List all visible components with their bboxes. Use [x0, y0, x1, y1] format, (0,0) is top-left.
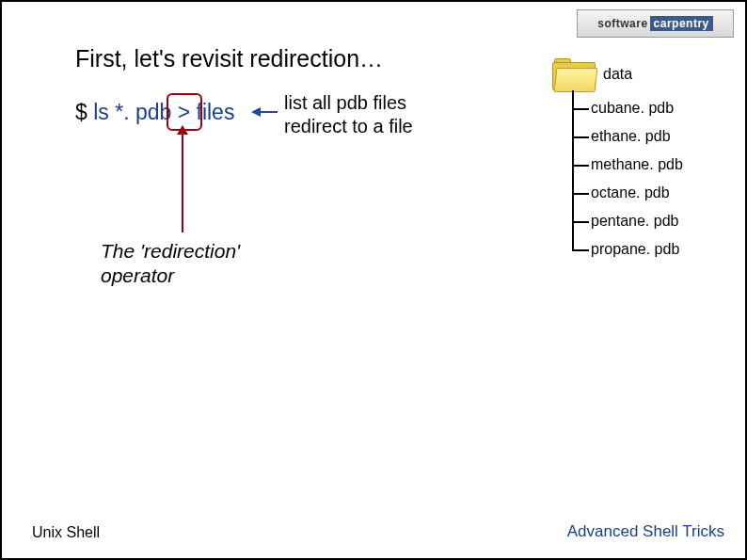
command-text: ls *. pdb > files — [93, 100, 234, 124]
caption-line-1: The 'redirection' — [101, 239, 240, 264]
explain-line-1: list all pdb files — [284, 91, 413, 115]
slide-heading: First, let's revisit redirection… — [75, 45, 383, 72]
folder-label: data — [603, 66, 632, 83]
file-label: octane. pdb — [591, 184, 670, 201]
svg-marker-1 — [251, 107, 261, 117]
file-label: cubane. pdb — [591, 100, 674, 117]
caption-block: The 'redirection' operator — [101, 239, 240, 289]
tree-item: pentane. pdb — [591, 207, 717, 235]
tree-item: propane. pdb — [591, 235, 717, 264]
caption-line-2: operator — [101, 264, 240, 288]
file-tree: data cubane. pdb ethane. pdb methane. pd… — [552, 58, 717, 264]
folder-icon — [552, 58, 594, 90]
footer-left: Unix Shell — [32, 524, 100, 541]
file-label: methane. pdb — [591, 156, 683, 173]
pointer-line — [182, 127, 183, 232]
file-label: propane. pdb — [591, 241, 679, 258]
logo-left: software — [597, 17, 647, 30]
tree-list: cubane. pdb ethane. pdb methane. pdb oct… — [572, 94, 717, 264]
file-label: pentane. pdb — [591, 213, 678, 230]
tree-item: octane. pdb — [591, 179, 717, 207]
tree-item: ethane. pdb — [591, 122, 717, 151]
tree-item: cubane. pdb — [591, 94, 717, 122]
logo-right: carpentry — [650, 16, 713, 31]
explain-block: list all pdb files redirect to a file — [284, 91, 413, 138]
tree-item: methane. pdb — [591, 151, 717, 179]
tree-trunk — [572, 90, 574, 249]
logo: software carpentry — [577, 9, 734, 38]
arrow-icon — [251, 105, 279, 119]
explain-line-2: redirect to a file — [284, 115, 413, 138]
command-line: $ ls *. pdb > files — [75, 100, 234, 125]
slide: software carpentry First, let's revisit … — [0, 0, 747, 560]
folder-row: data — [552, 58, 717, 90]
footer-right: Advanced Shell Tricks — [567, 522, 724, 541]
file-label: ethane. pdb — [591, 128, 671, 145]
prompt: $ — [75, 100, 87, 124]
